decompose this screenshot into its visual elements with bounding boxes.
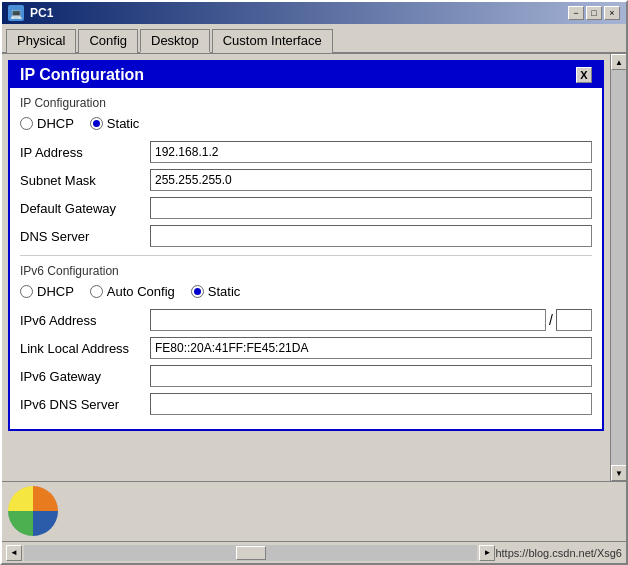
ipv6-static-radio[interactable]: Static: [191, 284, 241, 299]
ip-config-panel: IP Configuration X IP Configuration DHCP: [8, 60, 604, 431]
static-radio-circle: [90, 117, 103, 130]
minimize-button[interactable]: −: [568, 6, 584, 20]
section-divider: [20, 255, 592, 256]
link-local-input[interactable]: [150, 337, 592, 359]
scroll-down-button[interactable]: ▼: [611, 465, 626, 481]
ip-config-close-button[interactable]: X: [576, 67, 592, 83]
content-area: IP Configuration X IP Configuration DHCP: [2, 54, 610, 481]
ipv6-slash: /: [548, 309, 554, 331]
static-label: Static: [107, 116, 140, 131]
ipv6-dns-input[interactable]: [150, 393, 592, 415]
h-scroll-track[interactable]: [24, 545, 477, 561]
tab-custom-interface[interactable]: Custom Interface: [212, 29, 333, 53]
default-gateway-row: Default Gateway: [20, 197, 592, 219]
tab-desktop[interactable]: Desktop: [140, 29, 210, 53]
link-local-label: Link Local Address: [20, 341, 150, 356]
tab-config[interactable]: Config: [78, 29, 138, 53]
ip-config-title-text: IP Configuration: [20, 66, 144, 84]
ipv6-auto-label: Auto Config: [107, 284, 175, 299]
dns-server-input[interactable]: [150, 225, 592, 247]
ip-address-label: IP Address: [20, 145, 150, 160]
ipv6-input-group: /: [150, 309, 592, 331]
h-scroll-thumb: [236, 546, 266, 560]
title-bar: 💻 PC1 − □ ×: [2, 2, 626, 24]
scroll-right-button[interactable]: ►: [479, 545, 495, 561]
dns-server-row: DNS Server: [20, 225, 592, 247]
scroll-up-button[interactable]: ▲: [611, 54, 626, 70]
main-area: IP Configuration X IP Configuration DHCP: [2, 54, 626, 481]
ipv6-static-radio-circle: [191, 285, 204, 298]
ipv6-dhcp-radio-circle: [20, 285, 33, 298]
ip-config-body: IP Configuration DHCP Static: [10, 88, 602, 429]
ip-address-row: IP Address: [20, 141, 592, 163]
ipv6-auto-radio[interactable]: Auto Config: [90, 284, 175, 299]
subnet-mask-input[interactable]: [150, 169, 592, 191]
subnet-mask-label: Subnet Mask: [20, 173, 150, 188]
ipv6-dns-label: IPv6 DNS Server: [20, 397, 150, 412]
ipv6-auto-radio-circle: [90, 285, 103, 298]
pie-chart: [6, 484, 61, 539]
dhcp-radio-circle: [20, 117, 33, 130]
window-icon: 💻: [8, 5, 24, 21]
ipv6-address-row: IPv6 Address /: [20, 309, 592, 331]
status-bar: ◄ ► https://blog.csdn.net/Xsg6: [2, 541, 626, 563]
ipv4-section-label: IP Configuration: [20, 96, 592, 110]
tab-bar: Physical Config Desktop Custom Interface: [2, 24, 626, 54]
ipv6-gateway-row: IPv6 Gateway: [20, 365, 592, 387]
ipv6-address-input[interactable]: [150, 309, 546, 331]
scroll-track[interactable]: [611, 70, 626, 465]
ipv6-section-label: IPv6 Configuration: [20, 264, 592, 278]
close-button[interactable]: ×: [604, 6, 620, 20]
ipv6-dns-row: IPv6 DNS Server: [20, 393, 592, 415]
subnet-mask-row: Subnet Mask: [20, 169, 592, 191]
dhcp-radio[interactable]: DHCP: [20, 116, 74, 131]
scroll-left-button[interactable]: ◄: [6, 545, 22, 561]
static-radio[interactable]: Static: [90, 116, 140, 131]
bottom-area: [2, 481, 626, 541]
title-bar-controls: − □ ×: [568, 6, 620, 20]
ipv6-dhcp-label: DHCP: [37, 284, 74, 299]
ipv6-gateway-label: IPv6 Gateway: [20, 369, 150, 384]
ipv6-dhcp-radio[interactable]: DHCP: [20, 284, 74, 299]
ipv4-radio-row: DHCP Static: [20, 116, 592, 131]
default-gateway-input[interactable]: [150, 197, 592, 219]
ipv6-static-label: Static: [208, 284, 241, 299]
ipv6-prefix-input[interactable]: [556, 309, 592, 331]
ipv6-radio-row: DHCP Auto Config Static: [20, 284, 592, 299]
ip-config-title-bar: IP Configuration X: [10, 62, 602, 88]
vertical-scrollbar: ▲ ▼: [610, 54, 626, 481]
tab-physical[interactable]: Physical: [6, 29, 76, 53]
maximize-button[interactable]: □: [586, 6, 602, 20]
dns-server-label: DNS Server: [20, 229, 150, 244]
ipv6-gateway-input[interactable]: [150, 365, 592, 387]
dhcp-label: DHCP: [37, 116, 74, 131]
window-title: PC1: [30, 6, 53, 20]
ipv6-address-label: IPv6 Address: [20, 313, 150, 328]
link-local-row: Link Local Address: [20, 337, 592, 359]
ip-address-input[interactable]: [150, 141, 592, 163]
main-window: 💻 PC1 − □ × Physical Config Desktop Cust…: [0, 0, 628, 565]
title-bar-text: 💻 PC1: [8, 5, 53, 21]
default-gateway-label: Default Gateway: [20, 201, 150, 216]
status-url: https://blog.csdn.net/Xsg6: [495, 547, 622, 559]
